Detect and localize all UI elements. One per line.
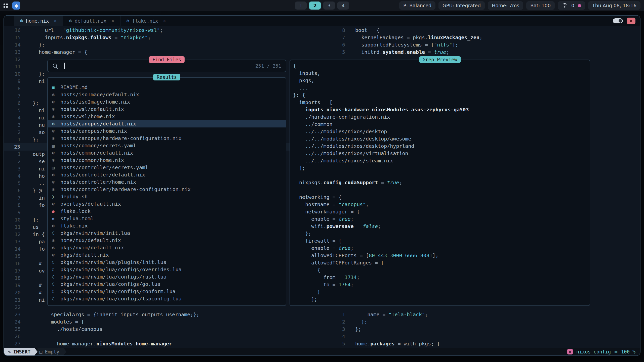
notification-count: 0 [571,3,574,8]
status-module: Home: 7ms [488,1,523,10]
workspace-button-3[interactable]: 3 [323,2,335,10]
finder-result-item[interactable]: ❄hosts/isoImage/home.nix [48,98,286,106]
line-number: 6 [4,187,33,194]
clock-module: Thu Aug 08, 18:16 [588,1,640,10]
tab-label: flake.nix [132,18,158,24]
code-line: ../../modules/nixos/desktop/awesome [293,135,590,143]
nix-file-icon: ❄ [52,200,60,208]
result-filename: pkgs/nvim/nvim/lua/configs/overrides.lua [60,266,182,273]
nix-file-icon: ❄ [52,91,60,98]
project-name: nixos-config [576,349,611,354]
finder-result-item[interactable]: ❄hosts/common/default.nix [48,149,286,157]
finder-result-item[interactable]: ❄hosts/isoImage/default.nix [48,91,286,98]
search-icon [52,63,58,69]
finder-result-item[interactable]: ●flake.lock [48,208,286,215]
system-bar: ◆ 1234 P: BalancedGPU: IntegratedHome: 7… [0,0,644,11]
finder-result-item[interactable]: ❄overlays/default.nix [48,200,286,208]
result-filename: stylua.toml [60,215,94,222]
editor-pane-right-bottom[interactable]: 1 name = "Tela-black";2 };3 };45 home.pa… [335,311,640,347]
line-number: 25 [4,326,33,333]
tab-close-icon[interactable]: × [54,18,57,23]
yaml-file-icon: ▤ [52,142,60,149]
finder-result-item[interactable]: ☾pkgs/nvim/nvim/lua/configs/go.lua [48,281,286,288]
finder-result-item[interactable]: ☾pkgs/nvim/nvim/init.lua [48,230,286,237]
tab-flake.nix[interactable]: ❄flake.nix× [120,16,172,26]
finder-result-item[interactable]: ❄flake.nix [48,222,286,230]
workspace-button-1[interactable]: 1 [295,2,307,10]
code-line: enable = true; [293,245,590,252]
lines-icon: ≡ [614,349,618,355]
finder-result-item[interactable]: ✱stylua.toml [48,215,286,222]
code-line: ../common [293,121,590,128]
code-line: ../../modules/nixos/steam.nix [293,157,590,164]
finder-result-item[interactable]: ☾pkgs/nvim/nvim/lua/configs/rust.lua [48,273,286,281]
result-filename: hosts/canopus/default.nix [60,120,136,127]
lua-file-icon: ☾ [52,281,60,288]
nix-file-icon: ❄ [52,127,60,135]
finder-result-item[interactable]: ☾pkgs/nvim/nvim/lua/configs/lspconfig.lu… [48,295,286,302]
result-filename: flake.lock [60,208,91,215]
finder-result-item[interactable]: ☾pkgs/nvim/nvim/lua/configs/conform.lua [48,288,286,295]
code-line: 26 [4,333,335,340]
tab-close-icon[interactable]: × [111,18,114,23]
finder-result-item[interactable]: ▤hosts/common/secrets.yaml [48,142,286,149]
code-line: 25 ./hosts/canopus [4,326,335,333]
lua-file-icon: ☾ [52,295,60,302]
code-line: allowedTCPPortRanges = [ [293,259,590,266]
finder-result-item[interactable]: ▤hosts/controller/secrets.yaml [48,164,286,171]
tab-close-icon[interactable]: × [163,18,166,23]
finder-result-item[interactable]: ❄hosts/canopus/home.nix [48,127,286,135]
finder-result-item[interactable]: ▣README.md [48,84,286,91]
finder-result-item[interactable]: ❄hosts/canopus/hardware-configuration.ni… [48,135,286,142]
tray-module: 0 [558,1,585,10]
code-line: 2 }; [335,318,640,326]
finder-result-item[interactable]: ❄hosts/common/home.nix [48,157,286,164]
code-line: 5 home.packages = with pkgs; [ [335,340,640,347]
finder-results-window: Results ▣README.md❄hosts/isoImage/defaul… [47,77,286,306]
line-number: 15 [4,34,33,41]
preview-content: { inputs, pkgs, ...}: { imports = [ inpu… [290,60,590,303]
finder-result-item[interactable]: ❯deploy.sh [48,193,286,200]
finder-result-item[interactable]: ❄hosts/wsl/home.nix [48,113,286,120]
line-number: 4 [4,172,33,180]
finder-result-item[interactable]: ❄pkgs/default.nix [48,251,286,259]
window-close-button[interactable]: × [627,18,635,24]
workspace-button-4[interactable]: 4 [337,2,349,10]
nix-file-icon: ❄ [52,106,60,113]
app-launcher-icon[interactable] [4,4,8,8]
distro-logo-icon[interactable]: ◆ [12,2,20,10]
code-line: 14 }; [4,41,335,49]
tab-default.nix[interactable]: ❄default.nix× [63,16,120,26]
line-number: 1 [335,311,349,318]
tab-home.nix[interactable]: ❄home.nix× [14,16,63,26]
code-line: 27 home-manager.nixosModules.home-manage… [4,340,335,347]
line-number: 2 [4,129,33,136]
code-line: pkgs, [293,77,590,84]
line-number: 6 [335,41,349,49]
file-icon: □ [39,349,42,354]
finder-result-item[interactable]: ❄hosts/controller/home.nix [48,178,286,186]
line-number: 12 [4,231,33,238]
result-filename: hosts/controller/home.nix [60,178,136,186]
result-filename: hosts/wsl/default.nix [60,106,124,113]
code-line: { [293,62,590,70]
finder-result-item[interactable]: ❄hosts/controller/default.nix [48,171,286,178]
finder-result-item[interactable]: ❄home/tux/default.nix [48,237,286,244]
workspace-button-2[interactable]: 2 [309,2,321,10]
line-number: 15 [4,253,33,260]
code-line: inputs.nixos-hardware.nixosModules.asus-… [293,106,590,113]
tab-label: default.nix [75,18,106,24]
line-number: 5 [4,107,33,114]
finder-result-item[interactable]: ❄hosts/wsl/default.nix [48,106,286,113]
wifi-icon [562,3,568,8]
toggle-icon[interactable] [613,18,623,23]
result-filename: pkgs/nvim/nvim/lua/plugins/init.lua [60,259,166,266]
lua-file-icon: ☾ [52,230,60,237]
line-number: 27 [4,340,33,347]
finder-result-item[interactable]: ❄hosts/canopus/default.nix [48,120,286,127]
finder-result-item[interactable]: ❄hosts/controller/hardware-configuration… [48,186,286,193]
finder-result-item[interactable]: ☾pkgs/nvim/nvim/lua/plugins/init.lua [48,259,286,266]
finder-result-item[interactable]: ☾pkgs/nvim/nvim/lua/configs/overrides.lu… [48,266,286,273]
results-title: Results [153,74,180,80]
finder-result-item[interactable]: ❄pkgs/nvim/default.nix [48,244,286,251]
